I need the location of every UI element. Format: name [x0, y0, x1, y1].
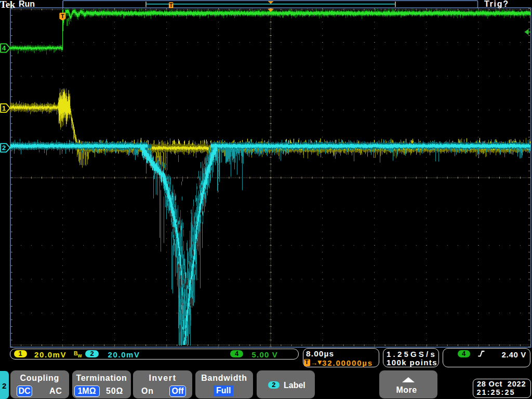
svg-text:4: 4 — [2, 44, 6, 52]
svg-text:T: T — [169, 2, 173, 8]
svg-text:1: 1 — [2, 104, 6, 112]
svg-text:2: 2 — [2, 144, 6, 152]
svg-text:T: T — [61, 13, 64, 19]
